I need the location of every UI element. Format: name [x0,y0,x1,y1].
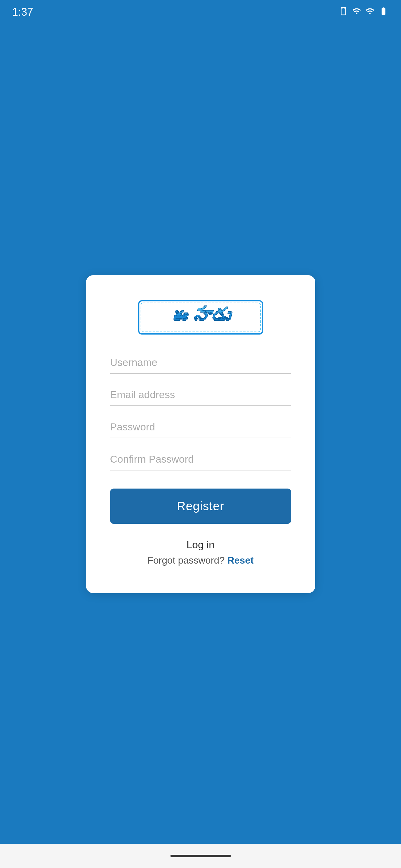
reset-link[interactable]: Reset [227,555,254,566]
nav-bar [0,844,401,868]
confirm-password-input[interactable] [110,450,291,470]
email-input[interactable] [110,386,291,406]
forgot-password-text: Forgot password? Reset [147,555,254,566]
confirm-password-field[interactable] [110,450,291,470]
register-button[interactable]: Register [110,489,291,524]
status-bar: 1:37 [0,0,401,24]
wifi-icon [351,7,362,18]
battery-icon [378,7,389,18]
bottom-links: Log in Forgot password? Reset [147,539,254,566]
logo-area: ఈనాడు [137,299,264,336]
status-time: 1:37 [12,6,33,19]
register-card: ఈనాడు Register Log in Forgot password? R… [86,275,315,593]
login-link[interactable]: Log in [187,539,214,551]
sim-icon [339,7,348,18]
username-field[interactable] [110,353,291,374]
svg-text:ఈనాడు: ఈనాడు [172,306,232,327]
email-field[interactable] [110,386,291,406]
signal-icon [365,7,374,18]
password-field[interactable] [110,418,291,438]
username-input[interactable] [110,353,291,374]
nav-indicator [170,855,231,857]
logo-image: ఈనాడు [137,299,264,336]
password-input[interactable] [110,418,291,438]
status-icons [339,7,389,18]
